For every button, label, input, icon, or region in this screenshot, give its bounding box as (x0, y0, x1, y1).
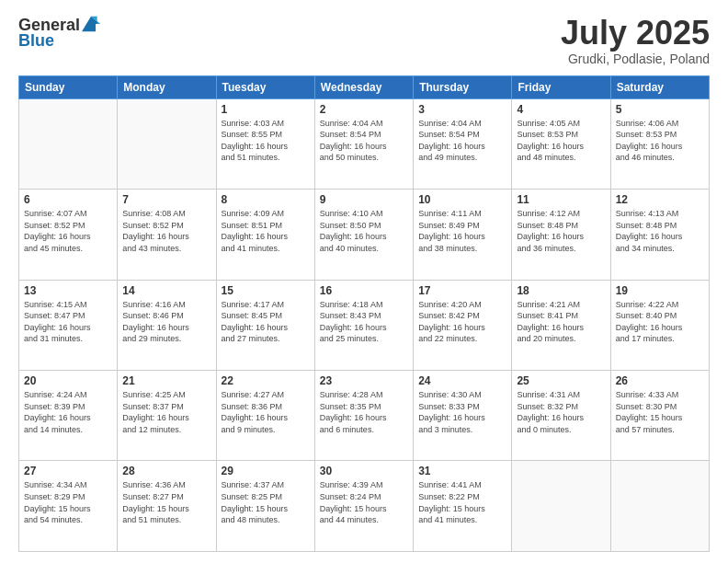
day-number: 2 (320, 103, 408, 116)
day-number: 7 (122, 193, 210, 206)
col-wednesday: Wednesday (314, 75, 413, 98)
day-info: Sunrise: 4:41 AM Sunset: 8:22 PM Dayligh… (418, 479, 506, 525)
calendar-cell: 25Sunrise: 4:31 AM Sunset: 8:32 PM Dayli… (512, 371, 610, 461)
calendar-cell: 20Sunrise: 4:24 AM Sunset: 8:39 PM Dayli… (19, 371, 118, 461)
day-info: Sunrise: 4:24 AM Sunset: 8:39 PM Dayligh… (24, 389, 112, 435)
day-number: 25 (517, 374, 605, 387)
month-title: July 2025 (561, 15, 710, 52)
calendar-cell: 26Sunrise: 4:33 AM Sunset: 8:30 PM Dayli… (610, 371, 709, 461)
day-info: Sunrise: 4:17 AM Sunset: 8:45 PM Dayligh… (222, 299, 310, 345)
col-sunday: Sunday (19, 75, 118, 98)
day-info: Sunrise: 4:36 AM Sunset: 8:27 PM Dayligh… (122, 479, 210, 525)
day-info: Sunrise: 4:27 AM Sunset: 8:36 PM Dayligh… (222, 389, 310, 435)
day-number: 11 (517, 193, 605, 206)
day-number: 10 (418, 193, 506, 206)
calendar-cell: 13Sunrise: 4:15 AM Sunset: 8:47 PM Dayli… (19, 280, 118, 370)
day-info: Sunrise: 4:15 AM Sunset: 8:47 PM Dayligh… (24, 299, 112, 345)
week-row-2: 13Sunrise: 4:15 AM Sunset: 8:47 PM Dayli… (19, 280, 710, 370)
day-number: 27 (24, 465, 112, 477)
day-info: Sunrise: 4:34 AM Sunset: 8:29 PM Dayligh… (24, 479, 112, 525)
day-number: 28 (122, 465, 210, 477)
day-info: Sunrise: 4:25 AM Sunset: 8:37 PM Dayligh… (122, 389, 210, 435)
logo-icon (82, 15, 100, 33)
calendar-cell: 11Sunrise: 4:12 AM Sunset: 8:48 PM Dayli… (512, 190, 610, 280)
logo-blue: Blue (18, 31, 54, 51)
week-row-0: 1Sunrise: 4:03 AM Sunset: 8:55 PM Daylig… (19, 98, 710, 189)
day-number: 20 (24, 374, 112, 387)
calendar-cell: 15Sunrise: 4:17 AM Sunset: 8:45 PM Dayli… (216, 280, 314, 370)
calendar-cell: 2Sunrise: 4:04 AM Sunset: 8:54 PM Daylig… (314, 98, 413, 189)
calendar-cell: 30Sunrise: 4:39 AM Sunset: 8:24 PM Dayli… (314, 461, 413, 552)
day-number: 13 (24, 284, 112, 297)
day-info: Sunrise: 4:30 AM Sunset: 8:33 PM Dayligh… (418, 389, 506, 435)
calendar-table: Sunday Monday Tuesday Wednesday Thursday… (18, 75, 710, 552)
calendar-cell: 31Sunrise: 4:41 AM Sunset: 8:22 PM Dayli… (414, 461, 512, 552)
day-number: 18 (517, 284, 605, 297)
calendar-cell (610, 461, 709, 552)
calendar-cell: 24Sunrise: 4:30 AM Sunset: 8:33 PM Dayli… (414, 371, 512, 461)
col-friday: Friday (512, 75, 610, 98)
day-info: Sunrise: 4:08 AM Sunset: 8:52 PM Dayligh… (122, 208, 210, 254)
day-number: 31 (418, 465, 506, 477)
day-info: Sunrise: 4:18 AM Sunset: 8:43 PM Dayligh… (320, 299, 408, 345)
col-monday: Monday (118, 75, 216, 98)
calendar-cell: 22Sunrise: 4:27 AM Sunset: 8:36 PM Dayli… (216, 371, 314, 461)
day-number: 29 (222, 465, 310, 477)
calendar-cell (118, 98, 216, 189)
calendar-cell: 27Sunrise: 4:34 AM Sunset: 8:29 PM Dayli… (19, 461, 118, 552)
day-number: 8 (222, 193, 310, 206)
calendar-cell: 5Sunrise: 4:06 AM Sunset: 8:53 PM Daylig… (610, 98, 709, 189)
day-number: 12 (616, 193, 704, 206)
day-number: 9 (320, 193, 408, 206)
calendar-cell: 14Sunrise: 4:16 AM Sunset: 8:46 PM Dayli… (118, 280, 216, 370)
day-number: 17 (418, 284, 506, 297)
col-saturday: Saturday (610, 75, 709, 98)
calendar-cell: 21Sunrise: 4:25 AM Sunset: 8:37 PM Dayli… (118, 371, 216, 461)
title-section: July 2025 Grudki, Podlasie, Poland (561, 15, 710, 66)
calendar-cell: 12Sunrise: 4:13 AM Sunset: 8:48 PM Dayli… (610, 190, 709, 280)
calendar-cell: 10Sunrise: 4:11 AM Sunset: 8:49 PM Dayli… (414, 190, 512, 280)
page: General Blue July 2025 Grudki, Podlasie,… (0, 0, 728, 563)
day-info: Sunrise: 4:12 AM Sunset: 8:48 PM Dayligh… (517, 208, 605, 254)
calendar-cell: 8Sunrise: 4:09 AM Sunset: 8:51 PM Daylig… (216, 190, 314, 280)
day-number: 19 (616, 284, 704, 297)
day-number: 15 (222, 284, 310, 297)
day-info: Sunrise: 4:06 AM Sunset: 8:53 PM Dayligh… (616, 118, 704, 164)
calendar-cell (512, 461, 610, 552)
day-info: Sunrise: 4:21 AM Sunset: 8:41 PM Dayligh… (517, 299, 605, 345)
day-number: 5 (616, 103, 704, 116)
day-number: 3 (418, 103, 506, 116)
col-tuesday: Tuesday (216, 75, 314, 98)
day-info: Sunrise: 4:07 AM Sunset: 8:52 PM Dayligh… (24, 208, 112, 254)
day-info: Sunrise: 4:22 AM Sunset: 8:40 PM Dayligh… (616, 299, 704, 345)
week-row-4: 27Sunrise: 4:34 AM Sunset: 8:29 PM Dayli… (19, 461, 710, 552)
calendar-cell: 23Sunrise: 4:28 AM Sunset: 8:35 PM Dayli… (314, 371, 413, 461)
calendar-cell: 4Sunrise: 4:05 AM Sunset: 8:53 PM Daylig… (512, 98, 610, 189)
day-info: Sunrise: 4:31 AM Sunset: 8:32 PM Dayligh… (517, 389, 605, 435)
calendar-cell: 18Sunrise: 4:21 AM Sunset: 8:41 PM Dayli… (512, 280, 610, 370)
day-info: Sunrise: 4:28 AM Sunset: 8:35 PM Dayligh… (320, 389, 408, 435)
day-info: Sunrise: 4:04 AM Sunset: 8:54 PM Dayligh… (320, 118, 408, 164)
day-number: 21 (122, 374, 210, 387)
day-info: Sunrise: 4:03 AM Sunset: 8:55 PM Dayligh… (222, 118, 310, 164)
header: General Blue July 2025 Grudki, Podlasie,… (18, 15, 710, 66)
calendar-cell (19, 98, 118, 189)
day-number: 1 (222, 103, 310, 116)
day-number: 26 (616, 374, 704, 387)
week-row-1: 6Sunrise: 4:07 AM Sunset: 8:52 PM Daylig… (19, 190, 710, 280)
day-number: 14 (122, 284, 210, 297)
day-info: Sunrise: 4:13 AM Sunset: 8:48 PM Dayligh… (616, 208, 704, 254)
day-info: Sunrise: 4:16 AM Sunset: 8:46 PM Dayligh… (122, 299, 210, 345)
day-info: Sunrise: 4:20 AM Sunset: 8:42 PM Dayligh… (418, 299, 506, 345)
day-number: 23 (320, 374, 408, 387)
calendar-cell: 1Sunrise: 4:03 AM Sunset: 8:55 PM Daylig… (216, 98, 314, 189)
day-number: 30 (320, 465, 408, 477)
day-number: 24 (418, 374, 506, 387)
day-info: Sunrise: 4:10 AM Sunset: 8:50 PM Dayligh… (320, 208, 408, 254)
calendar-cell: 7Sunrise: 4:08 AM Sunset: 8:52 PM Daylig… (118, 190, 216, 280)
day-info: Sunrise: 4:09 AM Sunset: 8:51 PM Dayligh… (222, 208, 310, 254)
day-info: Sunrise: 4:04 AM Sunset: 8:54 PM Dayligh… (418, 118, 506, 164)
day-number: 6 (24, 193, 112, 206)
calendar-cell: 17Sunrise: 4:20 AM Sunset: 8:42 PM Dayli… (414, 280, 512, 370)
day-info: Sunrise: 4:33 AM Sunset: 8:30 PM Dayligh… (616, 389, 704, 435)
